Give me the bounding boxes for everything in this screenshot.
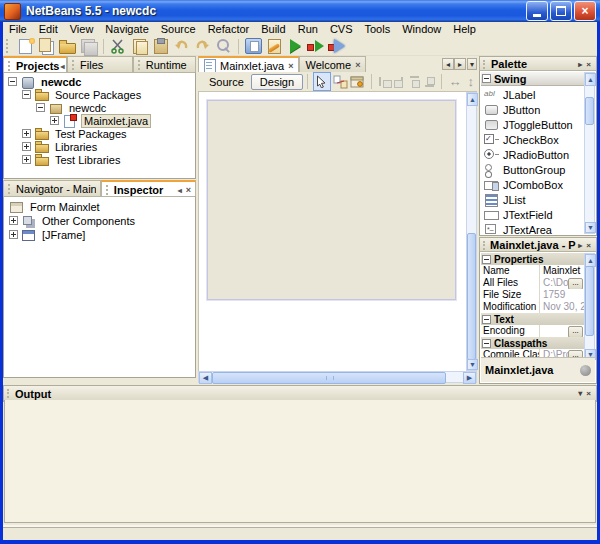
new-file-button[interactable]	[15, 37, 36, 55]
menu-help[interactable]: Help	[447, 22, 482, 37]
align-top-button[interactable]	[408, 75, 419, 88]
maximize-panel-icon[interactable]: ▾	[576, 389, 584, 398]
collapse-section-icon[interactable]	[482, 339, 491, 348]
scroll-tabs-left-button[interactable]: ◂	[442, 58, 454, 70]
editor-tab-welcome[interactable]: Welcome ×	[299, 56, 366, 73]
tab-runtime[interactable]: Runtime	[133, 56, 196, 73]
menu-edit[interactable]: Edit	[33, 22, 64, 37]
scroll-left-icon[interactable]: ◀	[199, 372, 212, 384]
selection-mode-button[interactable]	[313, 72, 331, 91]
horizontal-scroll-thumb[interactable]	[212, 372, 446, 384]
collapse-icon[interactable]	[8, 77, 17, 86]
palette-scrollbar[interactable]: ▲ ▼	[584, 72, 595, 234]
undo-button[interactable]	[171, 37, 192, 55]
expand-icon[interactable]	[50, 116, 59, 125]
redo-button[interactable]	[192, 37, 213, 55]
expand-icon[interactable]	[9, 216, 18, 225]
tree-item-source-packages[interactable]: Source Packages	[6, 88, 193, 101]
output-content[interactable]	[4, 400, 596, 523]
vertical-scroll-thumb[interactable]	[467, 233, 476, 360]
scroll-down-icon[interactable]: ▼	[467, 359, 478, 370]
form-design-surface[interactable]	[207, 100, 456, 300]
tree-item-jframe[interactable]: [JFrame]	[6, 228, 193, 241]
menu-cvs[interactable]: CVS	[324, 22, 359, 37]
cut-button[interactable]	[108, 37, 129, 55]
vertical-scroll-thumb[interactable]	[585, 266, 594, 336]
tab-list-dropdown-button[interactable]: ▾	[467, 58, 477, 70]
minimize-panel-icon[interactable]: ◂	[177, 186, 183, 195]
preview-design-button[interactable]	[350, 73, 366, 90]
tree-item-package-newcdc[interactable]: newcdc	[6, 101, 193, 114]
pin-panel-icon[interactable]: ▸	[576, 241, 584, 250]
expand-icon[interactable]	[22, 155, 31, 164]
debug-project-button[interactable]	[327, 37, 348, 55]
scroll-down-icon[interactable]: ▼	[585, 222, 596, 233]
run-file-button[interactable]	[306, 37, 327, 55]
palette-category-swing[interactable]: Swing	[481, 72, 584, 86]
source-view-button[interactable]: Source	[202, 75, 251, 89]
palette-item-jradiobutton[interactable]: JRadioButton	[482, 147, 583, 162]
property-value[interactable]: Mainxlet	[540, 265, 584, 277]
menu-navigate[interactable]: Navigate	[99, 22, 154, 37]
minimize-button[interactable]	[526, 1, 548, 21]
collapse-icon[interactable]	[36, 103, 45, 112]
menu-view[interactable]: View	[64, 22, 100, 37]
menu-build[interactable]: Build	[255, 22, 291, 37]
close-tab-icon[interactable]: ×	[355, 60, 360, 70]
menu-file[interactable]: File	[3, 22, 33, 37]
scroll-tabs-right-button[interactable]: ▸	[454, 58, 466, 70]
pin-panel-icon[interactable]: ▸	[576, 60, 584, 69]
properties-scrollbar[interactable]: ▲ ▼	[584, 253, 595, 361]
align-bottom-button[interactable]	[423, 75, 434, 88]
property-value[interactable]: C:\Docum...	[540, 277, 568, 289]
close-button[interactable]: ×	[574, 1, 596, 21]
vertical-scroll-thumb[interactable]	[585, 97, 594, 125]
collapse-section-icon[interactable]	[482, 315, 491, 324]
resize-vertical-button[interactable]: ↕	[467, 74, 474, 89]
tab-files[interactable]: Files	[67, 56, 133, 73]
scroll-right-icon[interactable]: ▶	[463, 372, 476, 384]
expand-icon[interactable]	[22, 142, 31, 151]
menu-refactor[interactable]: Refactor	[202, 22, 256, 37]
design-view-button[interactable]: Design	[251, 74, 303, 90]
maximize-button[interactable]	[550, 1, 572, 21]
property-value[interactable]	[540, 325, 568, 337]
menu-tools[interactable]: Tools	[359, 22, 397, 37]
menu-run[interactable]: Run	[292, 22, 324, 37]
toolbar-grip[interactable]	[6, 39, 12, 53]
palette-item-jcombobox[interactable]: JComboBox	[482, 177, 583, 192]
design-canvas[interactable]	[198, 92, 466, 371]
connection-mode-button[interactable]	[333, 73, 349, 90]
palette-item-jtextarea[interactable]: JTextArea	[482, 222, 583, 237]
collapse-category-icon[interactable]	[482, 74, 491, 83]
tree-item-mainxlet-java[interactable]: Mainxlet.java	[6, 114, 193, 127]
close-panel-icon[interactable]: ×	[584, 389, 593, 398]
open-project-button[interactable]	[57, 37, 78, 55]
new-project-button[interactable]	[36, 37, 57, 55]
tab-navigator[interactable]: Navigator - Mainxlet....	[3, 180, 101, 197]
palette-item-jlist[interactable]: JList	[482, 192, 583, 207]
tree-item-other-components[interactable]: Other Components	[6, 214, 193, 227]
palette-item-jcheckbox[interactable]: JCheckBox	[482, 132, 583, 147]
tree-item-test-packages[interactable]: Test Packages	[6, 127, 193, 140]
expand-icon[interactable]	[22, 129, 31, 138]
editor-horizontal-scrollbar[interactable]: ◀ ▶	[198, 371, 477, 383]
scroll-up-icon[interactable]: ▲	[467, 93, 478, 106]
close-panel-icon[interactable]: ×	[186, 185, 191, 195]
minimize-panel-icon[interactable]: ◂	[59, 62, 65, 71]
close-tab-icon[interactable]: ×	[288, 61, 293, 71]
align-right-button[interactable]	[393, 75, 404, 88]
editor-vertical-scrollbar[interactable]: ▲ ▼	[466, 92, 477, 371]
palette-item-buttongroup[interactable]: ButtonGroup	[482, 162, 583, 177]
close-panel-icon[interactable]: ×	[584, 241, 593, 250]
expand-icon[interactable]	[9, 230, 18, 239]
menu-window[interactable]: Window	[396, 22, 447, 37]
tree-item-test-libraries[interactable]: Test Libraries	[6, 153, 193, 166]
find-button[interactable]	[213, 37, 234, 55]
paste-button[interactable]	[150, 37, 171, 55]
menu-source[interactable]: Source	[155, 22, 202, 37]
save-all-button[interactable]	[78, 37, 99, 55]
resize-horizontal-button[interactable]: ↔	[448, 74, 461, 89]
tree-item-form-mainxlet[interactable]: Form Mainxlet	[6, 200, 193, 213]
copy-button[interactable]	[129, 37, 150, 55]
